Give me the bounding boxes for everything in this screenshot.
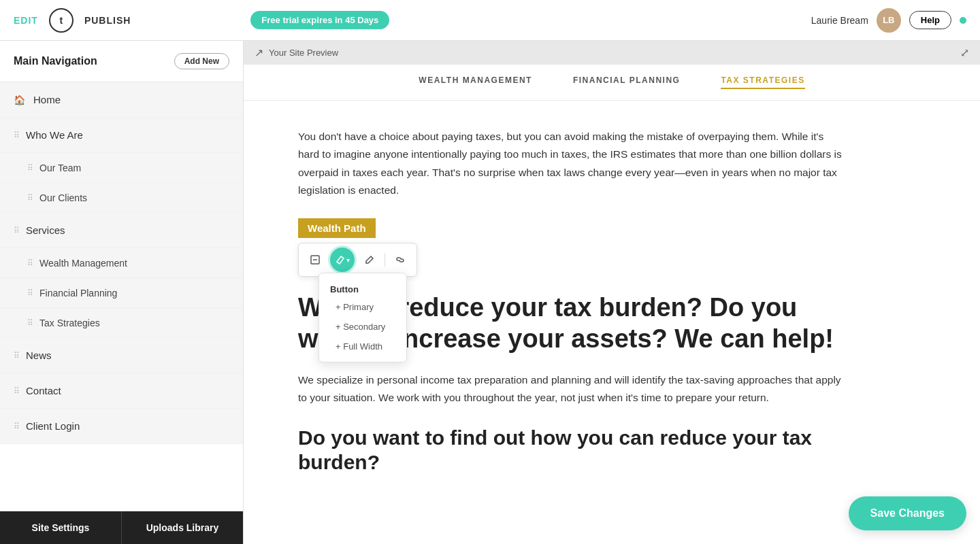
trial-badge: Free trial expires in 45 Days [250,11,389,29]
top-bar: EDIT t PUBLISH Free trial expires in 45 … [0,0,980,41]
sidebar-item-wealth-management[interactable]: ⠿ Wealth Management [0,248,243,278]
publish-label: PUBLISH [84,15,131,26]
intro-paragraph: You don't have a choice about paying tax… [298,128,843,199]
drag-handle-icon: ⠿ [27,193,33,203]
resize-icon[interactable]: ⤢ [960,46,969,59]
drag-handle-icon: ⠿ [14,386,19,396]
page-content: You don't have a choice about paying tax… [244,101,980,544]
arrows-icon: ↗ [255,46,263,59]
toolbar-divider [385,253,385,267]
preview-bar-left: ↗ Your Site Preview [255,46,338,59]
sidebar-item-client-login[interactable]: ⠿ Client Login [0,409,243,444]
link-icon[interactable] [391,250,410,269]
sidebar-item-tax-strategies[interactable]: ⠿ Tax Strategies [0,308,243,338]
svg-line-3 [337,262,340,264]
sidebar-item-home[interactable]: 🏠 Home [0,82,243,118]
drag-handle-icon: ⠿ [27,163,33,173]
sidebar: Main Navigation Add New 🏠 Home ⠿ Who We … [0,41,244,544]
sidebar-item-label: Who We Are [26,129,83,141]
sidebar-item-label: Our Team [39,163,81,173]
site-nav-tax-strategies[interactable]: TAX STRATEGIES [721,75,804,89]
user-name: Laurie Bream [811,15,868,26]
sidebar-item-our-clients[interactable]: ⠿ Our Clients [0,183,243,213]
drag-handle-icon: ⠿ [27,288,33,298]
uploads-library-button[interactable]: Uploads Library [122,511,243,544]
help-button[interactable]: Help [909,11,951,29]
dropdown-header: Button [319,279,406,297]
sidebar-item-services[interactable]: ⠿ Services [0,213,243,248]
drag-handle-icon: ⠿ [14,422,19,431]
button-dropdown: Button + Primary + Secondary + Full Widt… [318,273,407,362]
sidebar-item-label: Our Clients [39,192,87,203]
site-nav: WEALTH MANAGEMENT FINANCIAL PLANNING TAX… [244,65,980,101]
top-bar-right: Laurie Bream LB Help [811,8,966,33]
sidebar-item-financial-planning[interactable]: ⠿ Financial Planning [0,278,243,308]
page-body-text: We specialize in personal income tax pre… [298,371,843,407]
sidebar-item-who-we-are[interactable]: ⠿ Who We Are [0,118,243,153]
content-area: ↗ Your Site Preview ⤢ WEALTH MANAGEMENT … [244,41,980,544]
sidebar-item-news[interactable]: ⠿ News [0,338,243,373]
sidebar-item-label: Home [33,94,61,105]
logo-circle: t [49,8,74,33]
sidebar-title: Main Navigation [14,55,97,67]
edit-block-icon[interactable] [306,250,325,269]
edit-label: EDIT [14,15,38,26]
sidebar-item-label: Wealth Management [39,258,127,269]
add-new-button[interactable]: Add New [174,53,229,69]
sidebar-header: Main Navigation Add New [0,41,243,82]
sidebar-item-label: Financial Planning [39,288,117,299]
dropdown-item-full-width[interactable]: + Full Width [319,337,406,356]
sidebar-item-contact[interactable]: ⠿ Contact [0,373,243,409]
save-changes-button[interactable]: Save Changes [849,496,966,530]
site-nav-wealth-management[interactable]: WEALTH MANAGEMENT [419,75,532,89]
avatar: LB [877,8,901,33]
style-tool-icon[interactable]: ▾ [330,248,355,272]
sidebar-item-label: Client Login [26,420,80,432]
preview-bar: ↗ Your Site Preview ⤢ [244,41,980,65]
wealth-path-container: Wealth Path [298,218,926,238]
drag-handle-icon: ⠿ [14,131,19,140]
sidebar-item-label: News [26,350,52,361]
wealth-path-button[interactable]: Wealth Path [298,218,376,238]
sidebar-item-label: Services [26,224,65,236]
sidebar-item-our-team[interactable]: ⠿ Our Team [0,153,243,183]
svg-line-2 [341,256,344,258]
pencil-edit-icon[interactable] [360,250,379,269]
dropdown-item-secondary[interactable]: + Secondary [319,317,406,337]
dropdown-item-primary[interactable]: + Primary [319,297,406,317]
site-settings-button[interactable]: Site Settings [0,511,122,544]
drag-handle-icon: ⠿ [14,226,19,235]
status-dot [960,17,966,24]
drag-handle-icon: ⠿ [27,318,33,328]
drag-handle-icon: ⠿ [14,351,19,360]
sidebar-item-label: Tax Strategies [39,318,100,328]
main-layout: Main Navigation Add New 🏠 Home ⠿ Who We … [0,41,980,544]
edit-toolbar: ▾ [298,243,417,277]
home-icon: 🏠 [14,95,25,105]
sidebar-item-label: Contact [26,385,61,396]
preview-label: Your Site Preview [269,48,338,58]
site-nav-financial-planning[interactable]: FINANCIAL PLANNING [573,75,680,89]
page-headline-2: Do you want to find out how you can redu… [298,426,843,475]
sidebar-footer: Site Settings Uploads Library [0,511,243,544]
drag-handle-icon: ⠿ [27,258,33,268]
